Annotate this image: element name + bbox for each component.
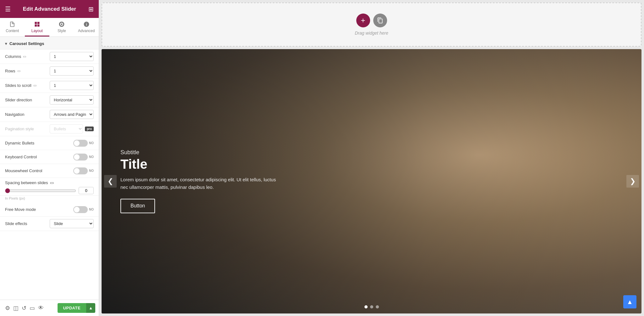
tab-style[interactable]: Style — [49, 18, 74, 37]
rows-control: 123 — [50, 66, 94, 76]
row-columns: Columns ▭ 1234 — [0, 49, 99, 64]
spacing-value-input[interactable]: 0 — [79, 187, 94, 194]
columns-select[interactable]: 1234 — [50, 52, 94, 61]
slides-to-scroll-control: 123 — [50, 81, 94, 90]
columns-info-icon: ▭ — [23, 54, 26, 59]
free-move-toggle-wrap: NO — [73, 206, 94, 213]
navigation-select[interactable]: Arrows and Pagina Arrows only Pagination… — [50, 110, 94, 119]
add-widget-button[interactable]: + — [356, 14, 370, 27]
mousewheel-control-state: NO — [89, 169, 94, 172]
tab-advanced-label: Advanced — [78, 29, 95, 33]
label-dynamic-bullets: Dynamic Bullets — [5, 141, 73, 145]
panel-body: ▾ Carousel Settings Columns ▭ 1234 Rows … — [0, 37, 99, 316]
slider-direction-select[interactable]: HorizontalVertical — [50, 95, 94, 104]
slider-background: Subtitle Title Lorem ipsum dolor sit ame… — [102, 49, 641, 313]
tab-content-label: Content — [6, 29, 19, 33]
tab-content[interactable]: Content — [0, 18, 25, 37]
row-rows: Rows ▭ 123 — [0, 64, 99, 78]
mousewheel-control-knob — [74, 168, 80, 174]
keyboard-control-toggle-wrap: NO — [73, 154, 94, 161]
drag-zone-buttons: + — [356, 14, 387, 27]
drag-zone: + Drag widget here — [102, 3, 641, 47]
update-btn-wrap: UPDATE ▲ — [58, 303, 95, 313]
free-move-knob — [74, 207, 80, 212]
pagination-dot-3[interactable] — [376, 305, 379, 308]
label-rows: Rows ▭ — [5, 69, 50, 73]
hamburger-icon[interactable]: ☰ — [5, 5, 11, 13]
pagination-dot-1[interactable] — [364, 305, 368, 308]
update-dropdown-button[interactable]: ▲ — [86, 303, 95, 313]
panel-footer: ⚙ ◫ ↺ ▭ 👁 UPDATE ▲ — [0, 300, 99, 316]
tab-layout-label: Layout — [31, 29, 43, 33]
dynamic-bullets-toggle[interactable] — [73, 140, 88, 147]
slider-arrow-left[interactable]: ❮ — [104, 175, 117, 188]
panel-title: Edit Advanced Slider — [23, 6, 76, 12]
pagination-dot-2[interactable] — [370, 305, 373, 308]
slide-subtitle: Subtitle — [120, 149, 284, 156]
right-area: ✕ + Drag widget here Subtitle Title Lore… — [99, 0, 644, 316]
slider-preview: Subtitle Title Lorem ipsum dolor sit ame… — [102, 49, 641, 313]
slider-direction-control: HorizontalVertical — [50, 95, 94, 104]
section-title: Carousel Settings — [9, 41, 44, 46]
rows-select[interactable]: 123 — [50, 66, 94, 76]
pagination-style-control: Bullets pro — [50, 124, 94, 133]
row-slides-to-scroll: Slides to scroll ▭ 123 — [0, 78, 99, 93]
slide-title: Title — [120, 157, 284, 172]
row-navigation: Navigation Arrows and Pagina Arrows only… — [0, 107, 99, 122]
label-columns: Columns ▭ — [5, 54, 50, 59]
row-spacing: Spacing between slides ▭ 0 — [0, 178, 99, 196]
slider-arrow-right[interactable]: ❯ — [626, 175, 639, 188]
label-slide-effects: Slide effects — [5, 221, 50, 226]
label-keyboard-control: Keyboard Control — [5, 155, 73, 159]
pagination-dots — [364, 305, 379, 308]
slide-button[interactable]: Button — [120, 199, 155, 213]
tab-advanced[interactable]: Advanced — [74, 18, 99, 37]
settings-icon[interactable]: ⚙ — [4, 303, 11, 313]
label-spacing: Spacing between slides ▭ — [5, 180, 94, 185]
section-chevron[interactable]: ▾ — [5, 42, 7, 46]
free-move-toggle[interactable] — [73, 206, 88, 213]
panel-tabs: Content Layout Style Advanced — [0, 18, 99, 37]
navigation-control: Arrows and Pagina Arrows only Pagination… — [50, 110, 94, 119]
history-icon[interactable]: ↺ — [20, 303, 28, 313]
slide-effects-select[interactable]: SlideFadeCubeCoverflowFlip — [50, 219, 94, 228]
row-mousewheel-control: Mousewheel Control NO — [0, 164, 99, 178]
label-mousewheel-control: Mousewheel Control — [5, 168, 73, 173]
slides-to-scroll-select[interactable]: 123 — [50, 81, 94, 90]
keyboard-control-knob — [74, 154, 80, 160]
dynamic-bullets-toggle-wrap: NO — [73, 140, 94, 147]
row-slide-effects: Slide effects SlideFadeCubeCoverflowFlip — [0, 217, 99, 231]
slides-to-scroll-icon: ▭ — [33, 83, 36, 87]
spacing-slider-inner: 0 — [5, 187, 94, 194]
tab-style-label: Style — [58, 29, 66, 33]
keyboard-control-toggle[interactable] — [73, 154, 88, 161]
row-keyboard-control: Keyboard Control NO — [0, 150, 99, 164]
mousewheel-control-toggle[interactable] — [73, 167, 88, 174]
panel-header: ☰ Edit Advanced Slider ⊞ — [0, 0, 99, 18]
label-navigation: Navigation — [5, 112, 50, 117]
slide-effects-control: SlideFadeCubeCoverflowFlip — [50, 219, 94, 228]
visibility-icon[interactable]: 👁 — [37, 303, 45, 313]
slide-content: Subtitle Title Lorem ipsum dolor sit ame… — [120, 149, 284, 213]
copy-widget-button[interactable] — [373, 14, 387, 27]
layers-icon[interactable]: ◫ — [12, 303, 20, 313]
row-dynamic-bullets: Dynamic Bullets NO — [0, 136, 99, 150]
row-pagination-style: Pagination style Bullets pro — [0, 122, 99, 136]
keyboard-control-state: NO — [89, 155, 94, 159]
footer-icons: ⚙ ◫ ↺ ▭ 👁 — [4, 303, 55, 313]
free-move-state: NO — [89, 208, 94, 211]
spacing-info-icon: ▭ — [50, 180, 54, 185]
slide-body: Lorem ipsum dolor sit amet, consectetur … — [120, 176, 284, 191]
tab-layout[interactable]: Layout — [25, 18, 50, 37]
dynamic-bullets-state: NO — [89, 141, 94, 145]
label-slider-direction: Slider direction — [5, 98, 50, 102]
grid-icon[interactable]: ⊞ — [88, 5, 94, 13]
section-header-carousel: ▾ Carousel Settings — [0, 37, 99, 49]
label-free-move: Free Move mode — [5, 207, 73, 212]
spacing-range-input[interactable] — [5, 188, 76, 193]
scroll-up-button[interactable]: ▲ — [623, 295, 636, 308]
dynamic-bullets-knob — [74, 140, 80, 146]
responsive-icon[interactable]: ▭ — [28, 303, 36, 313]
update-button[interactable]: UPDATE — [58, 303, 86, 313]
in-pixels-label: In Pixels (px) — [0, 196, 99, 203]
